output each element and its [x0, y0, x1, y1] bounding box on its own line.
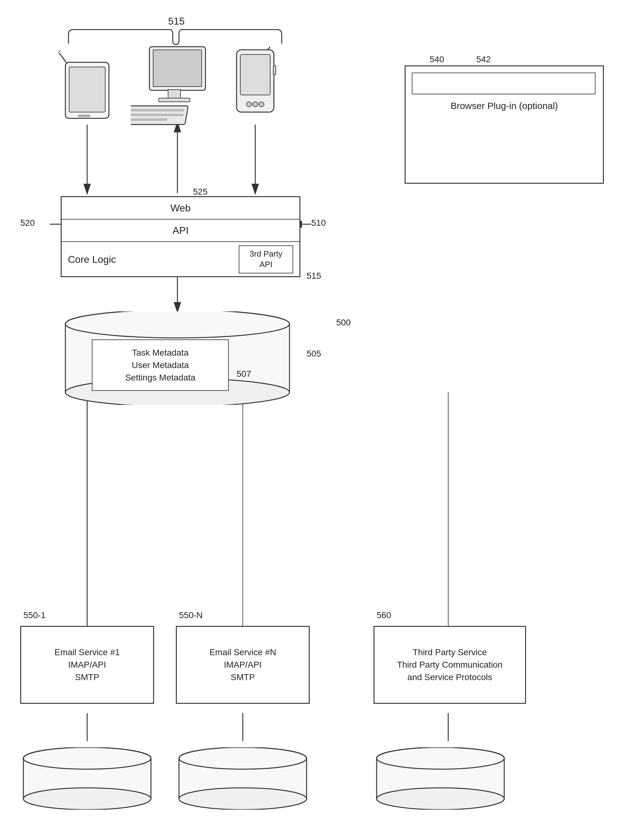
ref550-1-label: 550-1 — [23, 610, 46, 620]
svg-rect-21 — [153, 50, 202, 87]
diagram: 515 — [0, 0, 644, 833]
ref515-top-label: 515 — [168, 16, 185, 27]
email-service-1-box: Email Service #1 IMAP/API SMTP — [20, 626, 154, 704]
core-row: Core Logic 3rd PartyAPI — [62, 242, 299, 277]
ref560-label: 560 — [377, 610, 391, 620]
third-party-label3: and Service Protocols — [408, 672, 492, 682]
svg-rect-23 — [159, 98, 190, 102]
ref507-label: 507 — [236, 369, 251, 379]
browser-plugin-label: Browser Plug-in (optional) — [406, 101, 603, 111]
svg-point-32 — [253, 102, 258, 107]
svg-point-45 — [23, 788, 151, 810]
ref520-label: 520 — [20, 218, 35, 228]
server-stack-box: Web API Core Logic 3rd PartyAPI — [61, 196, 300, 277]
svg-rect-34 — [273, 65, 276, 75]
svg-line-30 — [268, 47, 272, 50]
core-logic-label: Core Logic — [68, 254, 233, 265]
metadata-box: Task Metadata User Metadata Settings Met… — [92, 339, 229, 391]
pda-device — [227, 47, 283, 123]
email-service-1-label1: Email Service #1 — [55, 647, 120, 658]
svg-rect-26 — [131, 114, 184, 116]
third-party-label1: Third Party Service — [413, 647, 487, 658]
user-metadata-label: User Metadata — [132, 360, 189, 370]
third-party-api-box: 3rd PartyAPI — [239, 245, 293, 273]
ref515-inner-label: 515 — [307, 271, 321, 281]
svg-rect-22 — [168, 90, 180, 99]
email-service-N-box: Email Service #N IMAP/API SMTP — [176, 626, 310, 704]
web-label: Web — [170, 203, 191, 214]
ref505-label: 505 — [307, 349, 321, 359]
svg-rect-29 — [240, 55, 270, 95]
svg-line-16 — [58, 50, 60, 52]
api-label: API — [172, 225, 189, 236]
tablet-device — [50, 47, 112, 123]
svg-point-57 — [377, 788, 504, 810]
email-service-1-label3: SMTP — [75, 672, 99, 682]
svg-point-51 — [179, 788, 307, 810]
ref500-label: 500 — [336, 318, 351, 328]
third-party-api-label: 3rd PartyAPI — [250, 249, 283, 270]
svg-rect-18 — [69, 67, 105, 112]
ref510-label: 510 — [311, 218, 326, 228]
ref550-N-label: 550-N — [179, 610, 202, 620]
svg-point-31 — [247, 102, 252, 107]
settings-metadata-label: Settings Metadata — [125, 373, 196, 383]
browser-plugin-input — [412, 72, 596, 94]
svg-point-33 — [259, 102, 264, 107]
third-party-service-box: Third Party Service Third Party Communic… — [374, 626, 526, 704]
api-row: API — [62, 220, 299, 242]
db-cylinder-N — [176, 747, 310, 810]
db-cylinder-third-party — [374, 747, 507, 810]
email-service-1-label2: IMAP/API — [68, 660, 106, 670]
third-party-label2: Third Party Communication — [397, 660, 503, 670]
email-service-N-label3: SMTP — [231, 672, 255, 682]
browser-plugin-box: Browser Plug-in (optional) — [405, 65, 604, 184]
svg-rect-27 — [131, 118, 167, 121]
web-row: Web — [62, 197, 299, 220]
db-cylinder-1 — [20, 747, 154, 810]
svg-rect-19 — [78, 114, 90, 117]
ref542-label: 542 — [476, 55, 491, 64]
email-service-N-label1: Email Service #N — [209, 647, 276, 658]
desktop-device — [131, 43, 218, 132]
svg-rect-25 — [131, 109, 185, 111]
email-service-N-label2: IMAP/API — [224, 660, 262, 670]
task-metadata-label: Task Metadata — [132, 348, 189, 358]
ref525-label: 525 — [193, 187, 207, 197]
ref540-label: 540 — [430, 55, 444, 64]
